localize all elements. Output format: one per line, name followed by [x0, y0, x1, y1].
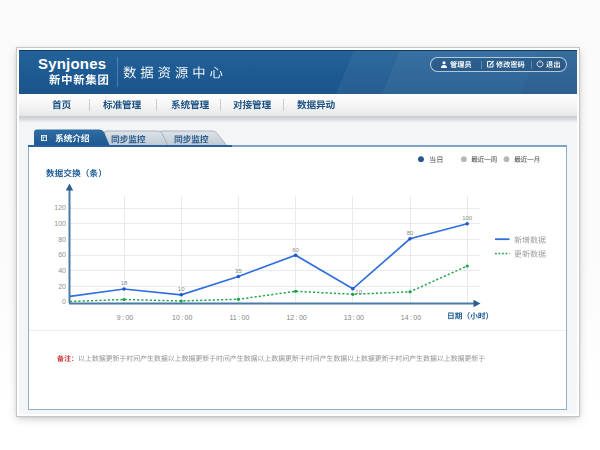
- svg-text:0: 0: [62, 298, 66, 305]
- svg-text:60: 60: [58, 251, 66, 258]
- svg-text:100: 100: [462, 215, 473, 221]
- svg-text:20: 20: [58, 283, 66, 290]
- svg-text:80: 80: [407, 230, 414, 236]
- svg-text:40: 40: [58, 267, 66, 274]
- svg-text:35: 35: [235, 268, 242, 274]
- svg-text:10 : 00: 10 : 00: [172, 314, 192, 321]
- svg-text:12 : 00: 12 : 00: [286, 314, 306, 321]
- svg-text:9 : 00: 9 : 00: [117, 314, 134, 321]
- svg-text:100: 100: [54, 220, 66, 227]
- svg-text:11 : 00: 11 : 00: [229, 314, 249, 321]
- svg-text:60: 60: [292, 247, 299, 253]
- svg-text:10: 10: [355, 289, 362, 295]
- svg-text:18: 18: [121, 280, 128, 286]
- svg-text:120: 120: [54, 204, 66, 211]
- svg-text:14 : 00: 14 : 00: [401, 314, 421, 321]
- svg-text:13 : 00: 13 : 00: [344, 314, 364, 321]
- svg-text:80: 80: [58, 236, 66, 243]
- svg-text:10: 10: [178, 286, 185, 292]
